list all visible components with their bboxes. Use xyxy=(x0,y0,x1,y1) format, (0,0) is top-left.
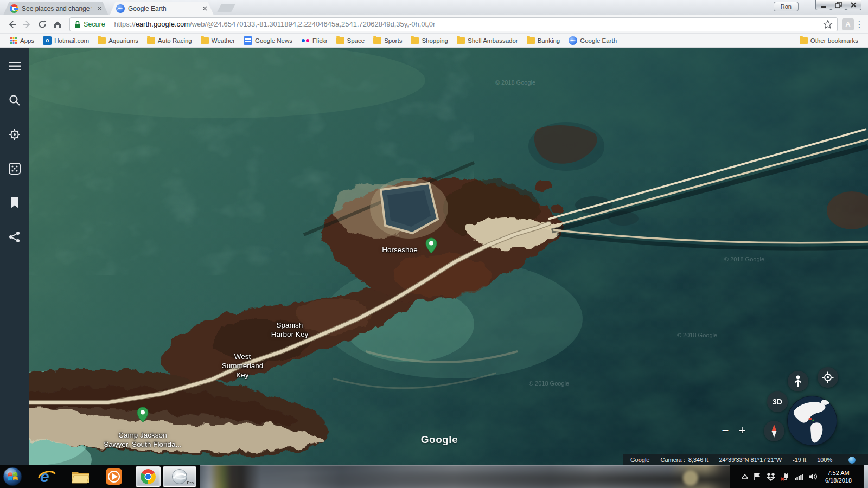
restore-button[interactable] xyxy=(831,0,846,10)
hidden-icons-chevron[interactable] xyxy=(742,474,748,479)
new-tab-button[interactable] xyxy=(217,4,236,12)
screen: See places and change yo Google Earth Ro… xyxy=(0,0,868,488)
bookmark-icon[interactable] xyxy=(7,195,22,210)
google-earth-pro-taskbar-button[interactable]: Pro xyxy=(163,466,196,487)
page-content: © 2018 Google © 2018 Google © 2018 Googl… xyxy=(0,48,868,465)
folder-icon xyxy=(147,37,155,44)
tab-title: See places and change yo xyxy=(22,5,92,12)
system-tray: 7:52 AM 6/18/2018 xyxy=(742,465,861,488)
back-button[interactable] xyxy=(4,17,20,32)
tab-see-places[interactable]: See places and change yo xyxy=(3,2,108,15)
zoom-in-button[interactable]: + xyxy=(735,423,750,438)
network-signal-icon[interactable] xyxy=(795,473,803,480)
zoom-out-button[interactable]: − xyxy=(718,423,733,438)
map-canvas[interactable]: © 2018 Google © 2018 Google © 2018 Googl… xyxy=(29,48,868,465)
my-location-button[interactable] xyxy=(818,367,838,388)
bookmark-flickr[interactable]: Flickr xyxy=(297,35,331,46)
status-zoom-level: 100% xyxy=(817,457,832,463)
taskbar-clock[interactable]: 7:52 AM 6/18/2018 xyxy=(825,469,852,484)
tab-google-earth[interactable]: Google Earth xyxy=(110,2,214,15)
place-label-camp-jackson-sawyer[interactable]: Camp Jackson Sawyer, South Florida... xyxy=(104,431,181,450)
google-earth-pro-icon xyxy=(171,468,188,485)
bookmark-apps[interactable]: Apps xyxy=(5,35,39,46)
show-desktop-button[interactable] xyxy=(863,465,868,488)
place-label-horseshoe[interactable]: Horseshoe xyxy=(382,246,417,255)
share-icon[interactable] xyxy=(7,229,22,245)
clock-time: 7:52 AM xyxy=(825,469,852,477)
place-label-spanish-harbor-key[interactable]: Spanish Harbor Key xyxy=(271,321,308,339)
bookmark-folder-shopping[interactable]: Shopping xyxy=(406,35,452,46)
svg-text:e: e xyxy=(40,467,49,485)
dropbox-icon[interactable] xyxy=(767,473,775,481)
copyright-watermark: © 2018 Google xyxy=(495,79,535,86)
volume-icon[interactable] xyxy=(809,473,818,480)
window-title-bar: See places and change yo Google Earth Ro… xyxy=(0,0,868,15)
search-icon[interactable] xyxy=(7,93,22,108)
bookmarks-bar: Apps o Hotmail.com Aquariums Auto Racing… xyxy=(0,34,868,48)
folder-icon xyxy=(98,37,106,44)
bookmark-folder-weather[interactable]: Weather xyxy=(196,35,239,46)
3d-toggle-button[interactable]: 3D xyxy=(767,391,788,412)
feeling-lucky-dice-icon[interactable] xyxy=(7,161,22,176)
voyager-wheel-icon[interactable] xyxy=(7,127,22,142)
other-bookmarks-button[interactable]: Other bookmarks xyxy=(795,35,863,46)
folder-icon xyxy=(457,37,465,44)
bookmark-folder-aquariums[interactable]: Aquariums xyxy=(93,35,143,46)
start-button[interactable] xyxy=(3,467,22,486)
home-button[interactable] xyxy=(50,17,65,32)
folder-icon xyxy=(201,37,209,44)
place-label-west-summerland-key[interactable]: West Summerland Key xyxy=(222,352,264,380)
bookmark-hotmail[interactable]: o Hotmail.com xyxy=(39,35,93,46)
pro-badge: Pro xyxy=(187,480,194,485)
bookmark-star-icon[interactable] xyxy=(823,20,833,29)
adobe-acrobat-extension-icon[interactable]: A xyxy=(842,18,854,30)
globe-overview-button[interactable] xyxy=(787,396,837,446)
bookmark-google-news[interactable]: Google News xyxy=(239,35,297,46)
google-earth-icon xyxy=(569,36,577,45)
map-pin-camp-jackson[interactable] xyxy=(137,407,149,423)
url-path: /web/@24.65470133,-81.3011894,2.22404645… xyxy=(190,20,435,28)
bookmark-folder-space[interactable]: Space xyxy=(332,35,369,46)
internet-explorer-icon[interactable]: e xyxy=(37,467,56,486)
action-center-flag-icon[interactable] xyxy=(754,472,761,481)
menu-icon[interactable] xyxy=(7,59,22,74)
reload-button[interactable] xyxy=(35,17,50,32)
secure-label: Secure xyxy=(84,21,105,28)
pegman-button[interactable] xyxy=(788,371,808,391)
bookmark-folder-banking[interactable]: Banking xyxy=(522,35,565,46)
omnibox-divider xyxy=(110,20,110,29)
flickr-icon xyxy=(301,36,310,45)
folder-icon xyxy=(411,37,419,44)
forward-button[interactable] xyxy=(20,17,35,32)
power-plug-error-icon[interactable] xyxy=(781,472,789,481)
windows-explorer-icon[interactable] xyxy=(71,467,90,486)
camera-altitude: 8,346 ft xyxy=(688,457,709,463)
url-scheme: https:// xyxy=(114,20,136,28)
chrome-taskbar-button[interactable] xyxy=(136,466,161,487)
folder-icon xyxy=(527,37,535,44)
address-bar[interactable]: Secure https://earth.google.com/web/@24.… xyxy=(69,17,838,31)
status-attribution: Google xyxy=(630,457,649,463)
media-player-icon[interactable] xyxy=(104,467,124,486)
chrome-menu-icon[interactable]: ⋮ xyxy=(854,23,865,25)
google-earth-favicon xyxy=(116,4,125,13)
bookmark-folder-shell-ambassador[interactable]: Shell Ambassador xyxy=(452,35,522,46)
bookmark-folder-auto-racing[interactable]: Auto Racing xyxy=(143,35,196,46)
secure-lock-icon xyxy=(74,21,81,28)
copyright-watermark: © 2018 Google xyxy=(724,256,764,262)
tab-close-icon[interactable] xyxy=(201,5,208,12)
folder-icon xyxy=(336,37,344,44)
bookmarks-divider xyxy=(792,36,792,46)
close-button[interactable] xyxy=(846,0,861,10)
bookmark-folder-sports[interactable]: Sports xyxy=(369,35,406,46)
minimize-button[interactable] xyxy=(815,0,831,10)
url-host: earth.google.com xyxy=(136,20,190,28)
compass-button[interactable] xyxy=(764,421,784,441)
status-coordinates: 24°39'33"N 81°17'21"W xyxy=(719,457,782,463)
tab-close-icon[interactable] xyxy=(95,5,103,12)
bookmark-google-earth[interactable]: Google Earth xyxy=(564,35,621,46)
folder-icon xyxy=(800,37,808,44)
apps-grid-icon xyxy=(10,37,17,44)
map-pin-horseshoe[interactable] xyxy=(425,237,437,254)
profile-button[interactable]: Ron xyxy=(774,2,799,11)
